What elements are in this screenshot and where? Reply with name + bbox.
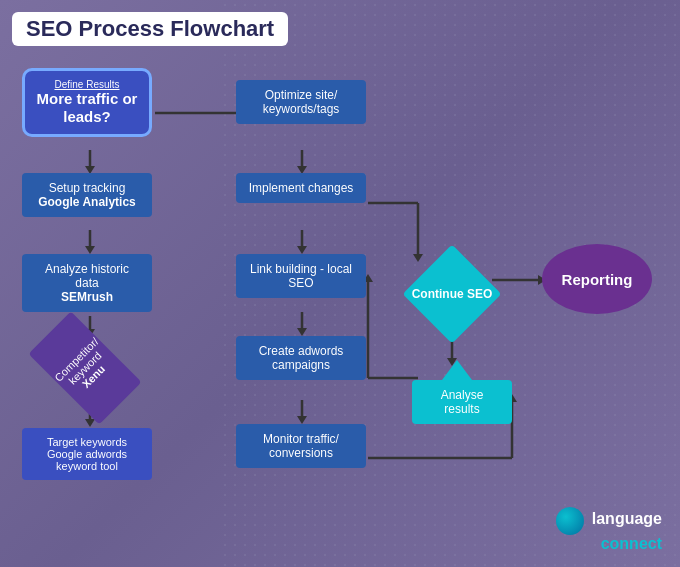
define-label-underline: Define Results: [35, 79, 139, 90]
analyze-box-wrapper: Analyze historic data SEMrush: [22, 254, 152, 312]
page-title: SEO Process Flowchart: [26, 16, 274, 42]
analyse-arrow-up: [442, 360, 472, 380]
svg-marker-3: [85, 246, 95, 254]
analyze-line2: SEMrush: [32, 290, 142, 304]
setup-line2: Google Analytics: [32, 195, 142, 209]
analyse-results-wrapper: Analyse results: [412, 360, 502, 424]
analyze-line1: Analyze historic data: [32, 262, 142, 290]
competitor-diamond: Competitor/ keyword Xenu: [30, 328, 140, 408]
continue-seo-diamond: Continue SEO: [402, 254, 502, 334]
monitor-label: Monitor traffic/ conversions: [246, 432, 356, 460]
main-container: SEO Process Flowchart: [0, 0, 680, 567]
svg-line-28: [368, 203, 417, 253]
analyse-box-container: Analyse results: [412, 360, 502, 424]
optimize-box: Optimize site/ keywords/tags: [236, 80, 366, 124]
svg-marker-13: [297, 246, 307, 254]
monitor-box-wrapper: Monitor traffic/ conversions: [236, 424, 366, 468]
logo-line1: language: [592, 510, 662, 527]
implement-box-wrapper: Implement changes: [236, 173, 366, 203]
implement-box: Implement changes: [236, 173, 366, 203]
logo-line2: connect: [601, 535, 662, 552]
title-box: SEO Process Flowchart: [12, 12, 288, 46]
reporting-label: Reporting: [562, 271, 633, 288]
analyse-label: Analyse results: [422, 388, 502, 416]
continue-seo-label: Continue SEO: [402, 254, 502, 334]
setup-line1: Setup tracking: [32, 181, 142, 195]
flow-area: Define Results More traffic or leads? Se…: [12, 58, 672, 548]
implement-label: Implement changes: [246, 181, 356, 195]
svg-marker-15: [297, 328, 307, 336]
logo-globe-icon: [556, 507, 584, 535]
define-label-big: More traffic or leads?: [35, 90, 139, 126]
logo-wrapper: language connect: [556, 507, 662, 553]
reporting-wrapper: Reporting: [542, 244, 652, 314]
link-building-box-wrapper: Link building - local SEO: [236, 254, 366, 298]
svg-marker-7: [85, 419, 95, 427]
monitor-box: Monitor traffic/ conversions: [236, 424, 366, 468]
logo-area: language connect: [556, 507, 662, 553]
target-line2: Google adwords keyword tool: [32, 448, 142, 472]
reporting-oval: Reporting: [542, 244, 652, 314]
define-box: Define Results More traffic or leads?: [22, 68, 152, 137]
adwords-box-wrapper: Create adwords campaigns: [236, 336, 366, 380]
adwords-label: Create adwords campaigns: [246, 344, 356, 372]
adwords-box: Create adwords campaigns: [236, 336, 366, 380]
link-building-box: Link building - local SEO: [236, 254, 366, 298]
analyse-box: Analyse results: [412, 380, 512, 424]
optimize-label: Optimize site/ keywords/tags: [246, 88, 356, 116]
analyze-box: Analyze historic data SEMrush: [22, 254, 152, 312]
continue-seo-wrapper: Continue SEO: [402, 254, 502, 334]
link-building-label: Link building - local SEO: [246, 262, 356, 290]
target-line1: Target keywords: [32, 436, 142, 448]
optimize-box-wrapper: Optimize site/ keywords/tags: [236, 80, 366, 124]
setup-tracking-box: Setup tracking Google Analytics: [22, 173, 152, 217]
define-results-box: Define Results More traffic or leads?: [22, 68, 152, 137]
target-box-wrapper: Target keywords Google adwords keyword t…: [22, 428, 152, 480]
target-box: Target keywords Google adwords keyword t…: [22, 428, 152, 480]
competitor-diamond-wrapper: Competitor/ keyword Xenu: [30, 328, 140, 408]
setup-box: Setup tracking Google Analytics: [22, 173, 152, 217]
svg-marker-17: [297, 416, 307, 424]
